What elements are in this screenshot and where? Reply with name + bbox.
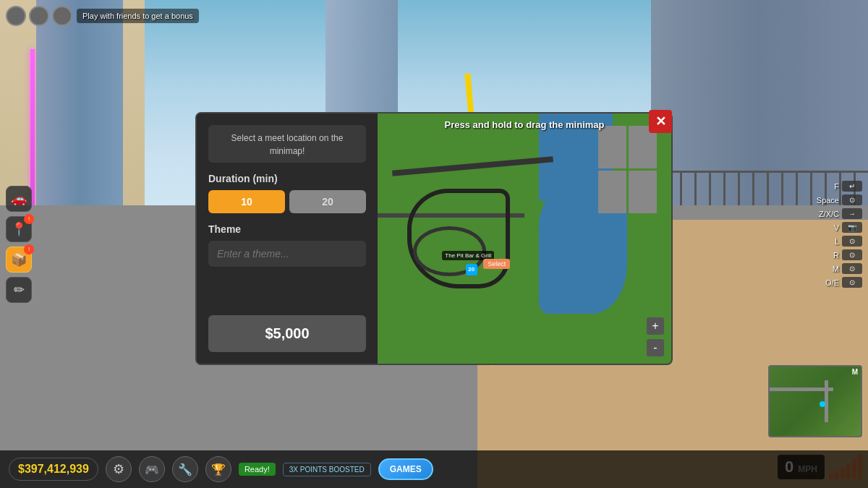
event-modal: Select a meet location on the minimap! D…: [195, 112, 673, 365]
avatar-3: [52, 6, 72, 26]
theme-label: Theme: [208, 223, 366, 235]
duration-10-btn[interactable]: 10: [208, 190, 285, 213]
key-btn-space: ⊙: [842, 194, 862, 205]
key-btn-f: ↵: [842, 181, 862, 192]
map-building-4: [629, 171, 657, 213]
key-btn-zxc: →: [842, 208, 862, 219]
minimap-road-v: [825, 380, 828, 422]
map-zoom-minus-btn[interactable]: -: [647, 339, 664, 356]
key-row-oe: O/E ⊙: [817, 277, 862, 288]
key-row-space: Space ⊙: [817, 194, 862, 205]
key-label-m: M: [833, 265, 839, 273]
key-label-l: L: [835, 237, 839, 246]
key-btn-l: ⊙: [842, 236, 862, 247]
modal-left-panel: Select a meet location on the minimap! D…: [197, 114, 378, 364]
modal-right-panel: Press and hold to drag the minimap The P…: [378, 114, 671, 364]
key-btn-m: ⊙: [842, 263, 862, 274]
close-button[interactable]: ✕: [649, 110, 672, 133]
key-label-space: Space: [817, 196, 839, 205]
boosted-badge: 3X POINTS BOOSTED: [283, 463, 371, 476]
controller-btn[interactable]: 🎮: [139, 456, 165, 482]
avatar-1: [6, 6, 26, 26]
map-select-btn[interactable]: Select: [483, 259, 510, 269]
friends-bonus-text: Play with friends to get a bonus: [77, 9, 199, 23]
duration-20-btn[interactable]: 20: [289, 190, 366, 213]
map-building-3: [598, 171, 626, 213]
location-badge: !: [24, 214, 34, 224]
money-display: $397,412,939: [9, 458, 98, 481]
key-label-f: F: [834, 182, 839, 191]
left-sidebar: 🚗 📍 ! 📦 ! ✏: [6, 186, 32, 303]
hud-key-bindings: F ↵ Space ⊙ Z/X/C → V 📷 L ⊙ R ⊙ M ⊙ O/E …: [817, 181, 862, 288]
map-building-1: [598, 126, 626, 168]
key-row-l: L ⊙: [817, 236, 862, 247]
ready-badge: Ready!: [239, 463, 276, 476]
key-label-zxc: Z/X/C: [819, 210, 839, 218]
duration-buttons: 10 20: [208, 190, 366, 213]
map-buildings: [598, 126, 657, 213]
shop-badge: !: [24, 244, 34, 254]
avatar-2: [29, 6, 49, 26]
map-player-marker: 20: [466, 264, 477, 275]
key-row-f: F ↵: [817, 181, 862, 192]
key-label-v: V: [834, 223, 839, 232]
avatar-group: [6, 6, 72, 26]
key-btn-v: 📷: [842, 222, 862, 233]
location-icon-btn[interactable]: 📍 !: [6, 216, 32, 242]
hud-top-left: Play with friends to get a bonus: [6, 6, 199, 26]
duration-section: Duration (min) 10 20: [208, 173, 366, 213]
duration-label: Duration (min): [208, 173, 366, 184]
map-zoom-plus-btn[interactable]: +: [647, 317, 664, 335]
key-row-zxc: Z/X/C →: [817, 208, 862, 219]
theme-input[interactable]: [208, 241, 366, 267]
price-button[interactable]: $5,000: [208, 315, 366, 352]
meet-location-text: Select a meet location on the minimap!: [231, 133, 344, 156]
hud-bottom-bar: $397,412,939 ⚙ 🎮 🔧 🏆 Ready! 3X POINTS BO…: [0, 450, 868, 488]
key-label-r: R: [833, 251, 839, 260]
minimap-inner: M: [770, 367, 861, 436]
key-row-r: R ⊙: [817, 249, 862, 260]
map-content[interactable]: The Pit Bar & Grill 20 Select + -: [378, 114, 671, 364]
edit-icon-btn[interactable]: ✏: [6, 277, 32, 303]
key-btn-oe: ⊙: [842, 277, 862, 288]
trophy-btn[interactable]: 🏆: [205, 456, 231, 482]
key-row-m: M ⊙: [817, 263, 862, 274]
hud-minimap[interactable]: M: [768, 365, 862, 437]
theme-section: Theme: [208, 223, 366, 267]
shop-icon-btn[interactable]: 📦 !: [6, 247, 32, 273]
settings-btn[interactable]: ⚙: [106, 456, 132, 482]
key-row-v: V 📷: [817, 222, 862, 233]
meet-location-header: Select a meet location on the minimap!: [208, 125, 366, 163]
minimap-hint: Press and hold to drag the minimap: [444, 119, 604, 130]
games-btn[interactable]: GAMES: [378, 458, 433, 480]
key-btn-r: ⊙: [842, 249, 862, 260]
tools-btn[interactable]: 🔧: [172, 456, 198, 482]
key-label-oe: O/E: [825, 278, 839, 287]
drive-icon-btn[interactable]: 🚗: [6, 186, 32, 212]
minimap-m-label: M: [852, 368, 858, 376]
